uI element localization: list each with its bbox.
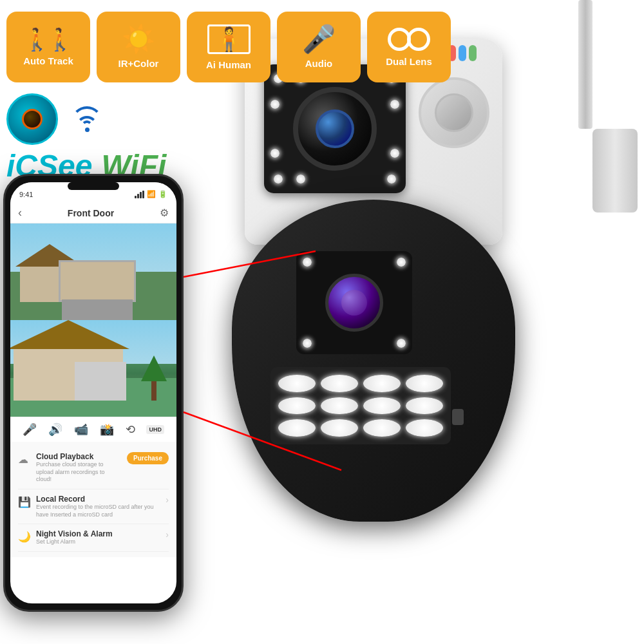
small-sensor — [452, 409, 464, 425]
battery-icon: 🔋 — [158, 190, 167, 198]
auto-track-label: Auto Track — [23, 55, 73, 66]
ir-color-icon: ☀️ — [122, 26, 155, 53]
camera-view-top — [10, 223, 176, 320]
cloud-playback-title: Cloud Playback — [36, 452, 122, 461]
local-record-item[interactable]: 💾 Local Record Event recording to the mi… — [18, 489, 169, 524]
local-record-text: Local Record Event recording to the micr… — [36, 495, 160, 518]
roof-2 — [10, 320, 129, 349]
led-9 — [296, 175, 305, 184]
audio-label: Audio — [305, 58, 333, 69]
night-vision-subtitle: Set Light Alarm — [36, 538, 160, 546]
tree — [144, 355, 164, 401]
ptz-led-2 — [397, 258, 406, 267]
auto-track-icon: 🚶🚶 — [23, 28, 73, 50]
rotate-control[interactable]: ⟲ — [126, 422, 135, 437]
night-vision-text: Night Vision & Alarm Set Light Alarm — [36, 529, 160, 546]
dual-lens-icon — [388, 28, 430, 51]
main-lens-inner — [316, 109, 354, 148]
bottom-led-4 — [406, 375, 443, 392]
cloud-playback-item[interactable]: ☁ Cloud Playback Purchase cloud storage … — [18, 447, 169, 489]
signal-bars — [135, 191, 144, 198]
camera-lens — [22, 109, 43, 129]
photo-control[interactable]: 📸 — [100, 422, 114, 437]
audio-icon: 🎤 — [302, 26, 336, 53]
camera-app-icon — [6, 93, 58, 145]
camera-view-bottom — [10, 320, 176, 417]
feature-ai-human: 🧍 Ai Human — [187, 12, 270, 82]
cloud-playback-subtitle: Purchase cloud storage to upload alarm r… — [36, 461, 122, 484]
bottom-led-1 — [278, 375, 316, 392]
phone-controls: 🎤 🔊 📹 📸 ⟲ UHD — [10, 417, 176, 442]
ai-human-label: Ai Human — [206, 59, 251, 70]
phone-header: ‹ Front Door ⚙ — [10, 201, 176, 223]
features-row: 🚶🚶 Auto Track ☀️ IR+Color 🧍 Ai Human 🎤 A… — [0, 0, 457, 89]
video-control[interactable]: 📹 — [74, 422, 88, 437]
antenna — [578, 0, 592, 129]
bottom-led-5 — [278, 397, 316, 415]
bottom-led-array — [270, 367, 451, 444]
bottom-led-2 — [321, 375, 358, 392]
local-record-icon: 💾 — [18, 496, 31, 508]
speaker-control[interactable]: 🔊 — [48, 422, 62, 437]
phone-time: 9:41 — [19, 191, 33, 198]
local-record-subtitle: Event recording to the microSD card afte… — [36, 504, 160, 518]
bottom-led-6 — [321, 397, 358, 415]
purchase-button[interactable]: Purchase — [127, 452, 169, 464]
bottom-led-3 — [363, 375, 401, 392]
mount-bracket — [592, 129, 638, 213]
settings-button[interactable]: ⚙ — [160, 207, 169, 219]
cloud-icon: ☁ — [18, 453, 31, 466]
night-vision-item[interactable]: 🌙 Night Vision & Alarm Set Light Alarm › — [18, 524, 169, 552]
night-vision-title: Night Vision & Alarm — [36, 529, 160, 538]
ptz-lens-inner — [341, 290, 367, 316]
status-icons: 📶 🔋 — [135, 190, 167, 198]
phone-menu: ☁ Cloud Playback Purchase cloud storage … — [10, 442, 176, 557]
bottom-led-10 — [321, 419, 358, 437]
led-7 — [390, 149, 399, 158]
wifi-status-icon: 📶 — [147, 190, 156, 198]
garage-2 — [75, 362, 126, 401]
driveway-1 — [62, 299, 133, 320]
feature-ir-color: ☀️ IR+Color — [97, 12, 180, 82]
led-4 — [270, 100, 279, 109]
night-vision-icon: 🌙 — [18, 531, 31, 543]
feature-audio: 🎤 Audio — [277, 12, 361, 82]
main-lens — [293, 87, 377, 171]
icsee-section: iCSee WiFi — [6, 93, 166, 184]
bottom-led-12 — [406, 419, 443, 437]
feature-auto-track: 🚶🚶 Auto Track — [6, 12, 90, 82]
cloud-playback-text: Cloud Playback Purchase cloud storage to… — [36, 452, 122, 484]
mic-control[interactable]: 🎤 — [23, 422, 37, 437]
ptz-lens — [325, 274, 383, 332]
bottom-led-9 — [278, 419, 316, 437]
ptz-led-4 — [397, 339, 406, 348]
bottom-led-11 — [363, 419, 401, 437]
back-button[interactable]: ‹ — [18, 206, 22, 220]
led-5 — [390, 100, 399, 109]
bottom-led-7 — [363, 397, 401, 415]
ptz-lens-box — [296, 251, 412, 354]
led-10 — [387, 175, 396, 184]
led-8 — [274, 175, 283, 184]
ptz-led-1 — [303, 258, 312, 267]
icons-row — [6, 93, 166, 145]
led-6 — [270, 149, 279, 158]
ai-human-icon: 🧍 — [207, 24, 251, 54]
phone-notch — [68, 182, 119, 190]
ir-color-label: IR+Color — [118, 58, 159, 69]
phone-mockup: 9:41 📶 🔋 ‹ Front Door ⚙ — [3, 174, 184, 612]
side-component-inner — [435, 93, 473, 132]
dual-lens-label: Dual Lens — [386, 56, 432, 67]
ptz-body — [232, 200, 515, 522]
feature-dual-lens: Dual Lens — [367, 12, 451, 82]
phone-screen: 9:41 📶 🔋 ‹ Front Door ⚙ — [10, 182, 176, 603]
local-record-arrow: › — [166, 495, 169, 505]
night-vision-arrow: › — [166, 529, 169, 540]
camera-area — [219, 0, 644, 644]
local-record-title: Local Record — [36, 495, 160, 504]
phone-title: Front Door — [68, 208, 114, 218]
ptz-led-3 — [303, 339, 312, 348]
wifi-symbol — [71, 106, 103, 132]
bottom-led-8 — [406, 397, 443, 415]
uhd-badge: UHD — [146, 425, 164, 434]
